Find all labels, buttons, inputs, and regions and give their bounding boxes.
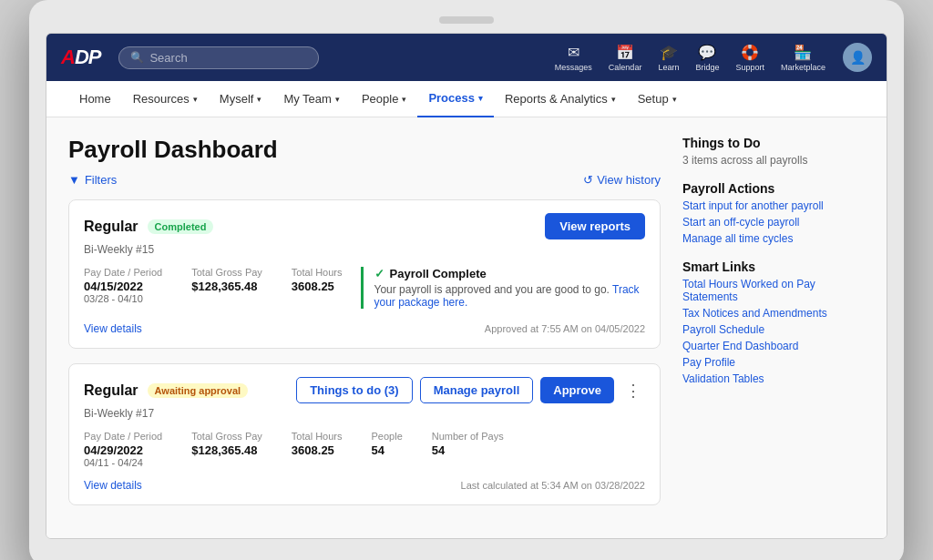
left-panel: Payroll Dashboard ▼ Filters ↺ View histo… (68, 136, 661, 520)
marketplace-label: Marketplace (781, 63, 825, 72)
card-1-timestamp: Approved at 7:55 AM on 04/05/2022 (485, 323, 645, 334)
card-1-title: Regular (84, 219, 138, 235)
things-to-do-button[interactable]: Things to do (3) (296, 377, 412, 403)
chevron-down-icon: ▾ (257, 95, 261, 104)
laptop-screen: ADP 🔍 ✉ Messages 📅 Calendar 🎓 Learn (46, 33, 887, 539)
chevron-down-icon: ▾ (335, 95, 340, 104)
card-2-badge: Awaiting approval (148, 383, 249, 398)
things-to-do-section: Things to Do 3 items across all payrolls (682, 136, 865, 167)
top-nav-icons: ✉ Messages 📅 Calendar 🎓 Learn 💬 Bridge 🛟 (549, 40, 872, 76)
card-1-body: Pay Date / Period 04/15/2022 03/28 - 04/… (84, 267, 645, 315)
view-reports-button[interactable]: View reports (545, 213, 645, 239)
messages-icon: ✉ (568, 44, 579, 61)
nav-setup[interactable]: Setup ▾ (627, 81, 688, 117)
card-2-subtitle: Bi-Weekly #17 (84, 407, 645, 420)
manage-payroll-button[interactable]: Manage payroll (420, 377, 534, 403)
filters-button[interactable]: ▼ Filters (68, 173, 117, 187)
card-1-gross-pay: Total Gross Pay $128,365.48 (191, 267, 262, 304)
card-1-total-hours: Total Hours 3608.25 (292, 267, 343, 304)
page-title: Payroll Dashboard (68, 136, 661, 164)
calendar-label: Calendar (609, 63, 642, 72)
marketplace-icon: 🏪 (794, 44, 812, 61)
card-1-fields: Pay Date / Period 04/15/2022 03/28 - 04/… (84, 267, 343, 304)
laptop-frame: ADP 🔍 ✉ Messages 📅 Calendar 🎓 Learn (29, 0, 904, 560)
pay-profile-link[interactable]: Pay Profile (682, 356, 865, 369)
nav-reports[interactable]: Reports & Analytics ▾ (494, 81, 627, 117)
card-2-number-of-pays: Number of Pays 54 (432, 431, 504, 468)
calendar-nav-item[interactable]: 📅 Calendar (602, 40, 649, 76)
avatar[interactable]: 👤 (843, 43, 872, 72)
search-input[interactable] (149, 51, 295, 65)
total-hours-link[interactable]: Total Hours Worked on Pay Statements (682, 278, 865, 303)
more-options-button[interactable]: ⋮ (621, 381, 645, 401)
chevron-down-icon: ▾ (672, 95, 677, 104)
card-2-pay-date: Pay Date / Period 04/29/2022 04/11 - 04/… (84, 431, 162, 468)
start-off-cycle-link[interactable]: Start an off-cycle payroll (682, 216, 865, 229)
secondary-navigation: Home Resources ▾ Myself ▾ My Team ▾ Peop… (46, 81, 887, 117)
filters-row: ▼ Filters ↺ View history (68, 173, 661, 187)
nav-people[interactable]: People ▾ (351, 81, 417, 117)
card-2-header: Regular Awaiting approval Things to do (… (84, 377, 645, 403)
filter-icon: ▼ (68, 173, 80, 187)
support-nav-item[interactable]: 🛟 Support (729, 40, 771, 76)
laptop-notch (439, 16, 494, 24)
top-navigation: ADP 🔍 ✉ Messages 📅 Calendar 🎓 Learn (46, 34, 887, 81)
card-1-title-row: Regular Completed (84, 219, 213, 235)
nav-process[interactable]: Process ▾ (417, 81, 494, 117)
tax-notices-link[interactable]: Tax Notices and Amendments (682, 307, 865, 320)
payroll-actions-title: Payroll Actions (682, 181, 865, 196)
validation-tables-link[interactable]: Validation Tables (682, 372, 865, 385)
smart-links-section: Smart Links Total Hours Worked on Pay St… (682, 260, 865, 385)
messages-label: Messages (555, 63, 592, 72)
payroll-complete-title: Payroll Complete (374, 267, 646, 280)
bridge-nav-item[interactable]: 💬 Bridge (689, 40, 725, 76)
nav-myself[interactable]: Myself ▾ (209, 81, 273, 117)
manage-time-cycles-link[interactable]: Manage all time cycles (682, 232, 865, 245)
calendar-icon: 📅 (616, 44, 634, 61)
history-icon: ↺ (583, 173, 593, 187)
learn-icon: 🎓 (660, 44, 678, 61)
start-input-link[interactable]: Start input for another payroll (682, 199, 865, 212)
card-1-header: Regular Completed View reports (84, 213, 645, 239)
messages-nav-item[interactable]: ✉ Messages (549, 40, 599, 76)
card-2-fields: Pay Date / Period 04/29/2022 04/11 - 04/… (84, 431, 645, 468)
card-2-actions: Things to do (3) Manage payroll Approve … (296, 377, 645, 403)
chevron-down-icon: ▾ (478, 94, 483, 103)
approve-button[interactable]: Approve (540, 377, 614, 403)
payroll-card-2: Regular Awaiting approval Things to do (… (68, 363, 661, 505)
card-2-gross-pay: Total Gross Pay $128,365.48 (191, 431, 262, 468)
card-1-pay-date: Pay Date / Period 04/15/2022 03/28 - 04/… (84, 267, 162, 304)
nav-myteam[interactable]: My Team ▾ (272, 81, 351, 117)
bridge-label: Bridge (695, 63, 719, 72)
learn-nav-item[interactable]: 🎓 Learn (651, 40, 685, 76)
things-to-do-subtitle: 3 items across all payrolls (682, 154, 865, 167)
card-1-view-details[interactable]: View details (84, 322, 142, 335)
payroll-actions-section: Payroll Actions Start input for another … (682, 181, 865, 245)
bridge-icon: 💬 (698, 44, 716, 61)
nav-resources[interactable]: Resources ▾ (122, 81, 209, 117)
quarter-end-link[interactable]: Quarter End Dashboard (682, 340, 865, 352)
adp-logo: ADP (61, 46, 100, 69)
marketplace-nav-item[interactable]: 🏪 Marketplace (774, 40, 832, 76)
view-history-button[interactable]: ↺ View history (583, 173, 661, 187)
card-2-title: Regular (84, 382, 138, 399)
card-1-subtitle: Bi-Weekly #15 (84, 243, 645, 256)
payroll-complete-section: Payroll Complete Your payroll is approve… (361, 267, 646, 309)
card-2-title-row: Regular Awaiting approval (84, 382, 248, 399)
payroll-schedule-link[interactable]: Payroll Schedule (682, 323, 865, 336)
support-label: Support (735, 63, 764, 72)
support-icon: 🛟 (741, 44, 759, 61)
nav-home[interactable]: Home (68, 81, 122, 117)
card-2-view-details[interactable]: View details (84, 479, 142, 492)
payroll-complete-text: Your payroll is approved and you are goo… (374, 283, 646, 309)
payroll-card-1: Regular Completed View reports Bi-Weekly… (68, 199, 661, 349)
card-2-footer: View details Last calculated at 5:34 AM … (84, 479, 645, 492)
right-sidebar: Things to Do 3 items across all payrolls… (682, 136, 865, 520)
main-content: Payroll Dashboard ▼ Filters ↺ View histo… (46, 117, 887, 538)
search-bar[interactable]: 🔍 (118, 46, 319, 69)
chevron-down-icon: ▾ (193, 95, 198, 104)
things-to-do-title: Things to Do (682, 136, 865, 150)
search-icon: 🔍 (130, 51, 144, 64)
learn-label: Learn (658, 63, 679, 72)
chevron-down-icon: ▾ (402, 95, 406, 104)
